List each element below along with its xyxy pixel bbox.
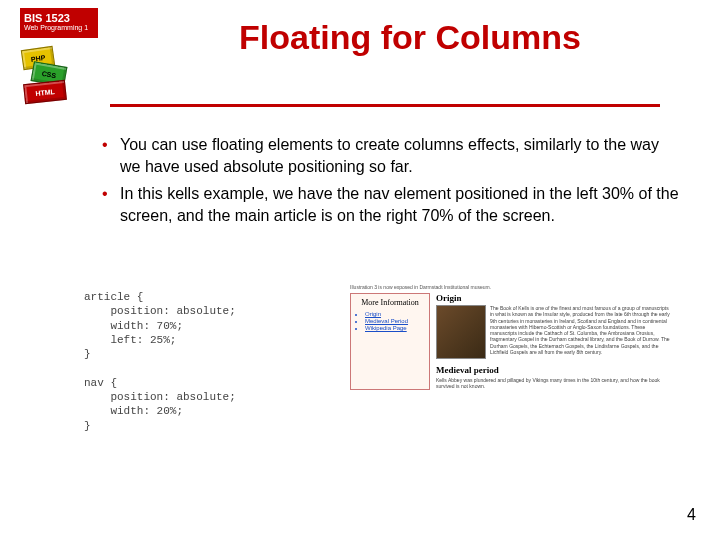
bullet-list: You can use floating elements to create … bbox=[90, 134, 680, 232]
preview-nav-link: Origin bbox=[365, 311, 425, 317]
preview-heading: Medieval period bbox=[436, 365, 670, 375]
lego-blocks-graphic: PHP CSS HTML bbox=[22, 42, 82, 102]
course-badge: BIS 1523 Web Programming 1 bbox=[20, 8, 98, 38]
bullet-item: You can use floating elements to create … bbox=[110, 134, 680, 177]
css-code-sample: article { position: absolute; width: 70%… bbox=[84, 290, 324, 433]
preview-nav-title: More Information bbox=[355, 298, 425, 307]
title-underline bbox=[110, 104, 660, 107]
preview-heading: Origin bbox=[436, 293, 670, 303]
bullet-item: In this kells example, we have the nav e… bbox=[110, 183, 680, 226]
preview-nav-link: Medieval Period bbox=[365, 318, 425, 324]
preview-paragraph: Kells Abbey was plundered and pillaged b… bbox=[436, 377, 670, 390]
page-preview: Illustration 3 is now exposed in Darmsta… bbox=[350, 284, 670, 434]
preview-article: Origin The Book of Kells is one of the f… bbox=[436, 293, 670, 390]
course-code: BIS 1523 bbox=[24, 12, 94, 24]
preview-nav: More Information Origin Medieval Period … bbox=[350, 293, 430, 390]
page-number: 4 bbox=[687, 506, 696, 524]
preview-nav-link: Wikipedia Page bbox=[365, 325, 425, 331]
slide-title: Floating for Columns bbox=[140, 18, 680, 57]
html-block-icon: HTML bbox=[23, 80, 67, 104]
preview-manuscript-image bbox=[436, 305, 486, 359]
preview-intro: Illustration 3 is now exposed in Darmsta… bbox=[350, 284, 670, 290]
course-name: Web Programming 1 bbox=[24, 24, 94, 32]
